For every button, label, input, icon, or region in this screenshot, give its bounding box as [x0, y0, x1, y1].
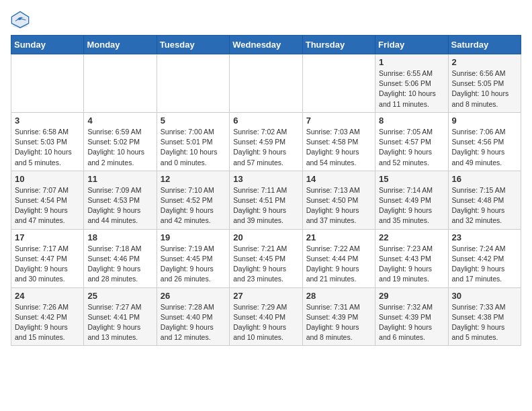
day-number: 2	[452, 57, 517, 67]
calendar-cell: 15Sunrise: 7:14 AM Sunset: 4:49 PM Dayli…	[375, 171, 448, 229]
calendar-week-row: 24Sunrise: 7:26 AM Sunset: 4:42 PM Dayli…	[11, 287, 521, 346]
day-info: Sunrise: 7:31 AM Sunset: 4:39 PM Dayligh…	[306, 302, 371, 343]
calendar-cell: 20Sunrise: 7:21 AM Sunset: 4:45 PM Dayli…	[230, 229, 302, 287]
day-info: Sunrise: 7:29 AM Sunset: 4:40 PM Dayligh…	[233, 302, 298, 343]
calendar-cell: 30Sunrise: 7:33 AM Sunset: 4:38 PM Dayli…	[448, 287, 521, 346]
calendar-week-row: 17Sunrise: 7:17 AM Sunset: 4:47 PM Dayli…	[11, 229, 521, 287]
calendar-cell: 9Sunrise: 7:06 AM Sunset: 4:56 PM Daylig…	[448, 112, 521, 171]
calendar-cell	[302, 54, 375, 113]
day-info: Sunrise: 7:23 AM Sunset: 4:43 PM Dayligh…	[379, 244, 444, 285]
calendar-cell: 22Sunrise: 7:23 AM Sunset: 4:43 PM Dayli…	[375, 229, 448, 287]
day-info: Sunrise: 7:15 AM Sunset: 4:48 PM Dayligh…	[452, 185, 517, 226]
calendar-cell: 19Sunrise: 7:19 AM Sunset: 4:45 PM Dayli…	[157, 229, 229, 287]
calendar-week-row: 1Sunrise: 6:55 AM Sunset: 5:06 PM Daylig…	[11, 54, 521, 113]
day-number: 7	[306, 116, 371, 126]
day-info: Sunrise: 7:19 AM Sunset: 4:45 PM Dayligh…	[161, 244, 226, 285]
day-number: 17	[15, 232, 80, 242]
calendar-cell	[230, 54, 302, 113]
calendar-cell: 10Sunrise: 7:07 AM Sunset: 4:54 PM Dayli…	[11, 171, 84, 229]
day-info: Sunrise: 7:06 AM Sunset: 4:56 PM Dayligh…	[452, 127, 517, 168]
day-info: Sunrise: 7:22 AM Sunset: 4:44 PM Dayligh…	[306, 244, 371, 285]
day-number: 20	[233, 232, 298, 242]
day-number: 29	[379, 291, 444, 301]
day-of-week-header: Saturday	[448, 36, 521, 54]
day-number: 15	[379, 174, 444, 184]
day-info: Sunrise: 7:13 AM Sunset: 4:50 PM Dayligh…	[306, 185, 371, 226]
day-info: Sunrise: 6:58 AM Sunset: 5:03 PM Dayligh…	[15, 127, 80, 168]
day-info: Sunrise: 7:14 AM Sunset: 4:49 PM Dayligh…	[379, 185, 444, 226]
day-number: 11	[87, 174, 152, 184]
logo	[11, 11, 32, 30]
page-header	[11, 11, 521, 30]
calendar-cell: 13Sunrise: 7:11 AM Sunset: 4:51 PM Dayli…	[230, 171, 302, 229]
calendar-cell: 7Sunrise: 7:03 AM Sunset: 4:58 PM Daylig…	[302, 112, 375, 171]
calendar-cell: 25Sunrise: 7:27 AM Sunset: 4:41 PM Dayli…	[84, 287, 157, 346]
day-of-week-header: Tuesday	[157, 36, 229, 54]
day-info: Sunrise: 7:28 AM Sunset: 4:40 PM Dayligh…	[161, 302, 226, 343]
calendar-cell: 27Sunrise: 7:29 AM Sunset: 4:40 PM Dayli…	[230, 287, 302, 346]
calendar-cell	[157, 54, 229, 113]
day-number: 27	[233, 291, 298, 301]
day-info: Sunrise: 7:00 AM Sunset: 5:01 PM Dayligh…	[161, 127, 226, 168]
day-number: 10	[15, 174, 80, 184]
calendar-cell: 4Sunrise: 6:59 AM Sunset: 5:02 PM Daylig…	[84, 112, 157, 171]
calendar-cell: 8Sunrise: 7:05 AM Sunset: 4:57 PM Daylig…	[375, 112, 448, 171]
day-number: 13	[233, 174, 298, 184]
day-number: 21	[306, 232, 371, 242]
day-number: 6	[233, 116, 298, 126]
day-number: 14	[306, 174, 371, 184]
day-number: 1	[379, 57, 444, 67]
day-of-week-header: Monday	[84, 36, 157, 54]
day-number: 25	[87, 291, 152, 301]
day-of-week-header: Sunday	[11, 36, 84, 54]
calendar-cell: 11Sunrise: 7:09 AM Sunset: 4:53 PM Dayli…	[84, 171, 157, 229]
day-number: 9	[452, 116, 517, 126]
calendar-cell: 28Sunrise: 7:31 AM Sunset: 4:39 PM Dayli…	[302, 287, 375, 346]
day-number: 8	[379, 116, 444, 126]
day-number: 4	[87, 116, 152, 126]
day-info: Sunrise: 7:11 AM Sunset: 4:51 PM Dayligh…	[233, 185, 298, 226]
day-info: Sunrise: 7:26 AM Sunset: 4:42 PM Dayligh…	[15, 302, 80, 343]
day-info: Sunrise: 7:02 AM Sunset: 4:59 PM Dayligh…	[233, 127, 298, 168]
day-info: Sunrise: 7:18 AM Sunset: 4:46 PM Dayligh…	[87, 244, 152, 285]
calendar-cell: 2Sunrise: 6:56 AM Sunset: 5:05 PM Daylig…	[448, 54, 521, 113]
day-number: 26	[161, 291, 226, 301]
day-info: Sunrise: 7:03 AM Sunset: 4:58 PM Dayligh…	[306, 127, 371, 168]
calendar-cell: 29Sunrise: 7:32 AM Sunset: 4:39 PM Dayli…	[375, 287, 448, 346]
day-info: Sunrise: 7:27 AM Sunset: 4:41 PM Dayligh…	[87, 302, 152, 343]
day-info: Sunrise: 6:55 AM Sunset: 5:06 PM Dayligh…	[379, 68, 444, 109]
day-info: Sunrise: 7:09 AM Sunset: 4:53 PM Dayligh…	[87, 185, 152, 226]
logo-icon	[11, 11, 30, 30]
day-number: 24	[15, 291, 80, 301]
day-number: 22	[379, 232, 444, 242]
day-of-week-header: Thursday	[302, 36, 375, 54]
calendar-cell: 17Sunrise: 7:17 AM Sunset: 4:47 PM Dayli…	[11, 229, 84, 287]
day-number: 5	[161, 116, 226, 126]
day-info: Sunrise: 6:56 AM Sunset: 5:05 PM Dayligh…	[452, 68, 517, 109]
calendar-cell	[84, 54, 157, 113]
calendar-cell: 14Sunrise: 7:13 AM Sunset: 4:50 PM Dayli…	[302, 171, 375, 229]
calendar-cell: 21Sunrise: 7:22 AM Sunset: 4:44 PM Dayli…	[302, 229, 375, 287]
day-number: 19	[161, 232, 226, 242]
day-of-week-header: Wednesday	[230, 36, 302, 54]
day-number: 28	[306, 291, 371, 301]
calendar-cell: 1Sunrise: 6:55 AM Sunset: 5:06 PM Daylig…	[375, 54, 448, 113]
calendar-cell: 24Sunrise: 7:26 AM Sunset: 4:42 PM Dayli…	[11, 287, 84, 346]
calendar-cell: 23Sunrise: 7:24 AM Sunset: 4:42 PM Dayli…	[448, 229, 521, 287]
day-info: Sunrise: 7:17 AM Sunset: 4:47 PM Dayligh…	[15, 244, 80, 285]
day-number: 30	[452, 291, 517, 301]
calendar-cell: 3Sunrise: 6:58 AM Sunset: 5:03 PM Daylig…	[11, 112, 84, 171]
day-info: Sunrise: 7:07 AM Sunset: 4:54 PM Dayligh…	[15, 185, 80, 226]
calendar-table: SundayMondayTuesdayWednesdayThursdayFrid…	[11, 35, 521, 346]
day-info: Sunrise: 6:59 AM Sunset: 5:02 PM Dayligh…	[87, 127, 152, 168]
day-number: 16	[452, 174, 517, 184]
calendar-cell: 12Sunrise: 7:10 AM Sunset: 4:52 PM Dayli…	[157, 171, 229, 229]
day-info: Sunrise: 7:05 AM Sunset: 4:57 PM Dayligh…	[379, 127, 444, 168]
calendar-cell: 6Sunrise: 7:02 AM Sunset: 4:59 PM Daylig…	[230, 112, 302, 171]
calendar-cell: 16Sunrise: 7:15 AM Sunset: 4:48 PM Dayli…	[448, 171, 521, 229]
day-info: Sunrise: 7:24 AM Sunset: 4:42 PM Dayligh…	[452, 244, 517, 285]
day-number: 18	[87, 232, 152, 242]
calendar-cell	[11, 54, 84, 113]
calendar-cell: 18Sunrise: 7:18 AM Sunset: 4:46 PM Dayli…	[84, 229, 157, 287]
calendar-week-row: 3Sunrise: 6:58 AM Sunset: 5:03 PM Daylig…	[11, 112, 521, 171]
